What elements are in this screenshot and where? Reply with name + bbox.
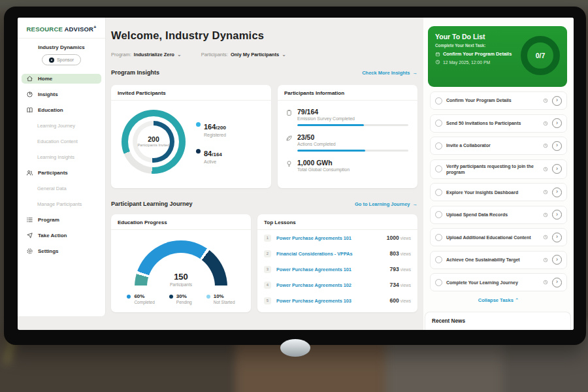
lesson-title-link[interactable]: Power Purchase Agreements 101 [276,235,382,241]
task-list: Confirm Your Program Details › Send 50 I… [430,91,567,291]
legend-percent: 30% [176,293,192,299]
stat-value: 1,000 GWh [297,159,408,167]
program-filter[interactable]: Program: Industrialize Zero ⌄ [111,52,182,57]
sidebar-item-label: Home [38,76,52,82]
chevron-right-icon: › [556,142,558,148]
chevron-right-icon: › [556,212,558,218]
program-insights-title: Program Insights [111,69,159,76]
lesson-row: 2 Financial Considerations - VPPAs 803vi… [257,246,417,261]
sponsor-badge-label: Sponsor [57,57,74,62]
task-row[interactable]: Confirm Your Program Details › [430,91,567,110]
sidebar-item[interactable]: Insights [22,90,101,99]
clock-icon [543,98,548,103]
sidebar-item[interactable]: Manage Participants [22,199,101,209]
sidebar-item-label: Settings [38,248,59,254]
stat-value: 23/50 [297,133,408,141]
task-go-button[interactable]: › [552,278,562,287]
task-checkbox[interactable] [435,256,442,263]
task-checkbox[interactable] [435,189,442,196]
task-row[interactable]: Complete Your Learning Journey › [430,273,567,291]
task-checkbox[interactable] [435,234,442,241]
task-row[interactable]: Explore Your Insights Dashboard › [430,183,567,201]
lesson-views-count: 734 [390,282,399,288]
sidebar-item[interactable]: Participants [22,168,101,178]
participants-information-panel: Participants Information 79/164 Emission… [278,85,417,188]
participants-filter[interactable]: Participants: Only My Participants ⌄ [201,52,286,57]
lesson-title-link[interactable]: Power Purchase Agreements 103 [276,298,385,304]
participants-filter-value: Only My Participants [231,52,279,57]
lesson-title-link[interactable]: Power Purchase Agreements 101 [276,267,385,272]
invited-participants-body: 200 Participants Invited 164/200 Registe… [111,101,271,174]
lesson-title-link[interactable]: Financial Considerations - VPPAs [276,251,385,257]
chevron-right-icon: › [556,257,558,263]
lesson-rank-badge: 5 [264,297,271,304]
education-progress-panel: Education Progress 150 Participants 60% … [111,214,251,312]
task-row[interactable]: Verify participants requesting to join t… [430,159,567,179]
task-go-button[interactable]: › [552,255,562,265]
sidebar-item[interactable]: Settings [22,246,101,256]
task-go-button[interactable]: › [552,118,562,128]
sidebar-item[interactable]: Home [22,74,101,84]
collapse-tasks-link[interactable]: Collapse Tasks ⌃ [423,297,574,303]
task-go-button[interactable]: › [552,233,562,242]
task-go-button[interactable]: › [552,210,562,220]
task-row[interactable]: Upload Spend Data Records › [430,206,567,224]
sidebar-item[interactable]: Education [22,105,101,115]
task-label: Achieve One Sustainability Target [446,257,539,263]
lesson-rank-badge: 2 [264,250,271,257]
sidebar-item[interactable]: Learning Insights [22,152,101,162]
legend-value: 84 [204,150,212,157]
sidebar-item[interactable]: Program [22,215,101,225]
sidebar-item[interactable]: Learning Journey [22,121,101,131]
stat-progress-fill [297,150,365,152]
top-lessons-title: Top Lessons [257,214,417,230]
task-checkbox[interactable] [435,211,442,218]
task-checkbox[interactable] [435,97,442,105]
task-go-button[interactable]: › [552,96,562,106]
invited-center-label: Participants Invited [137,143,171,148]
legend-item: 164/200 Registered [196,120,226,137]
task-row[interactable]: Invite a Collaborator › [430,137,567,155]
learning-journey-header: Participant Learning Journey Go to Learn… [111,201,417,207]
task-label: Upload Additional Educational Content [446,235,539,240]
sidebar-item[interactable]: Education Content [22,137,101,146]
task-checkbox[interactable] [435,120,442,127]
task-go-button[interactable]: › [552,164,562,174]
chevron-right-icon: › [556,234,558,240]
invited-participants-title: Invited Participants [111,85,271,101]
task-checkbox[interactable] [435,142,442,150]
sidebar-item[interactable]: Take Action [22,231,101,240]
top-lessons-panel: Top Lessons 1 Power Purchase Agreements … [257,214,417,312]
stat-icon [286,135,293,142]
legend-dot-icon [127,295,131,299]
chevron-up-icon: ⌃ [515,297,519,303]
task-checkbox[interactable] [435,165,442,172]
stat-icon [286,109,293,116]
lesson-row: 4 Power Purchase Agreements 102 734views [257,277,417,293]
sidebar-item-icon [26,248,33,255]
gauge-center-value: 150 [135,272,227,282]
go-to-learning-journey-link[interactable]: Go to Learning Journey → [355,201,417,207]
legend-dot-icon [196,149,201,154]
legend-value: 164 [204,123,216,131]
sidebar-item[interactable]: General Data [22,184,101,193]
legend-item: 30% Pending [169,293,192,304]
legend-label: Active [204,159,226,164]
sidebar-nav: Home Insights Education Learning Journey… [18,74,105,256]
education-progress-title: Education Progress [111,214,251,230]
todo-next-task-label: Confirm Your Program Details [443,51,512,57]
check-more-insights-link[interactable]: Check More Insights → [362,70,417,76]
participants-stats: 79/164 Emission Survey Completed 23/50 A… [278,101,417,172]
task-go-button[interactable]: › [552,188,562,197]
task-checkbox[interactable] [435,279,442,286]
task-row[interactable]: Achieve One Sustainability Target › [430,251,567,269]
chevron-down-icon: ⌄ [177,53,182,57]
task-row[interactable]: Upload Additional Educational Content › [430,228,567,246]
task-go-button[interactable]: › [552,141,562,151]
task-row[interactable]: Send 50 Invitations to Participants › [430,114,567,133]
sidebar-item-icon [26,106,33,114]
main-content: Welcome, Industry Dynamics Program: Indu… [105,18,423,330]
legend-label: Not Started [214,300,235,304]
lesson-title-link[interactable]: Power Purchase Agreements 102 [276,282,385,288]
chevron-right-icon: › [556,279,558,285]
